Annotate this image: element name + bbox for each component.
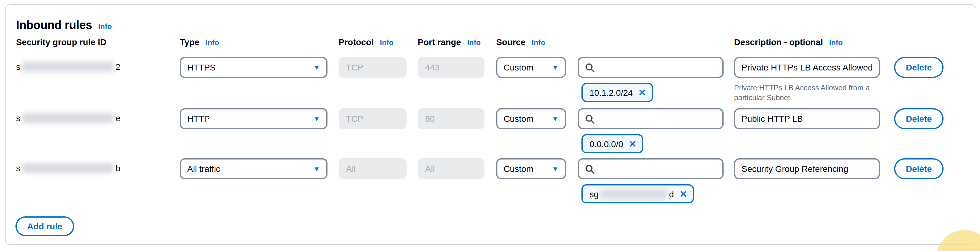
add-rule-button[interactable]: Add rule <box>16 216 74 236</box>
search-icon <box>585 114 594 123</box>
description-input[interactable] <box>734 57 880 78</box>
description-info-link[interactable]: Info <box>829 38 843 47</box>
source-search-box[interactable] <box>578 57 724 78</box>
dismiss-icon[interactable]: ✕ <box>629 139 636 149</box>
column-header-description: Description - optional Info <box>734 37 843 47</box>
dismiss-icon[interactable]: ✕ <box>638 88 646 97</box>
caret-down-icon: ▼ <box>552 165 558 172</box>
rule-id-text: sb <box>16 163 121 173</box>
source-info-link[interactable]: Info <box>532 38 545 47</box>
type-select[interactable]: HTTPS ▼ <box>180 57 328 78</box>
search-icon <box>585 164 594 173</box>
source-chip: 0.0.0.0/0 ✕ <box>581 134 643 153</box>
source-chip: 10.1.2.0/24 ✕ <box>581 83 653 102</box>
column-header-port-range: Port range Info <box>418 37 481 47</box>
source-chip-security-group: sgd ✕ <box>581 184 694 203</box>
protocol-field: TCP <box>339 108 407 129</box>
delete-rule-button[interactable]: Delete <box>894 57 943 78</box>
caret-down-icon: ▼ <box>313 115 320 122</box>
protocol-info-link[interactable]: Info <box>380 38 394 47</box>
port-range-field: 80 <box>418 108 484 129</box>
redacted-rule-id <box>22 62 114 72</box>
type-select[interactable]: All traffic ▼ <box>180 158 328 179</box>
column-header-rule-id: Security group rule ID <box>16 37 107 47</box>
source-mode-select[interactable]: Custom ▼ <box>496 158 566 179</box>
caret-down-icon: ▼ <box>313 64 320 71</box>
port-range-info-link[interactable]: Info <box>467 38 481 47</box>
rule-id-text: s2 <box>16 62 121 72</box>
source-mode-select[interactable]: Custom ▼ <box>496 57 566 78</box>
source-search-input[interactable] <box>599 113 716 124</box>
source-mode-select[interactable]: Custom ▼ <box>496 108 566 129</box>
dismiss-icon[interactable]: ✕ <box>679 189 687 198</box>
column-header-protocol: Protocol Info <box>339 37 394 47</box>
source-chip-label: 0.0.0.0/0 <box>589 139 623 149</box>
redacted-rule-id <box>22 163 114 173</box>
section-title-row: Inbound rules Info <box>16 19 112 32</box>
description-helper-text: Private HTTPs LB Access Allowed from a p… <box>734 83 871 102</box>
inbound-rules-panel: Inbound rules Info Security group rule I… <box>0 0 980 251</box>
source-search-input[interactable] <box>599 62 716 73</box>
caret-down-icon: ▼ <box>313 165 320 172</box>
caret-down-icon: ▼ <box>552 64 558 71</box>
delete-rule-button[interactable]: Delete <box>894 158 943 179</box>
column-header-source: Source Info <box>496 37 545 47</box>
description-input[interactable] <box>734 158 880 179</box>
search-icon <box>585 63 594 72</box>
protocol-field: TCP <box>339 57 407 78</box>
page-title: Inbound rules <box>16 19 92 32</box>
protocol-field: All <box>339 158 407 179</box>
column-header-type: Type Info <box>180 37 219 47</box>
source-search-input[interactable] <box>599 163 716 174</box>
source-search-box[interactable] <box>578 158 724 179</box>
source-chip-label: 10.1.2.0/24 <box>589 88 633 98</box>
rule-id-text: se <box>16 113 121 123</box>
redacted-sg-id <box>601 189 667 198</box>
source-chip-label: sgd <box>589 189 674 199</box>
type-info-link[interactable]: Info <box>205 38 219 47</box>
source-search-box[interactable] <box>578 108 724 129</box>
port-range-field: All <box>418 158 484 179</box>
caret-down-icon: ▼ <box>552 115 558 122</box>
description-input[interactable] <box>734 108 880 129</box>
redacted-rule-id <box>22 113 114 123</box>
port-range-field: 443 <box>418 57 484 78</box>
type-select[interactable]: HTTP ▼ <box>180 108 328 129</box>
title-info-link[interactable]: Info <box>98 22 112 31</box>
delete-rule-button[interactable]: Delete <box>894 108 943 129</box>
